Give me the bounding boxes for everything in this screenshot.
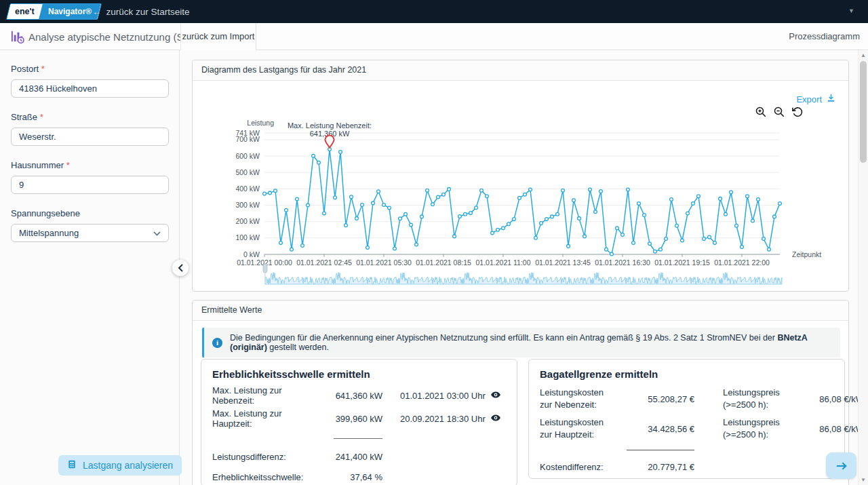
- vertical-scrollbar[interactable]: ▲ ▼: [858, 50, 868, 485]
- back-to-startpage-label: zurück zur Startseite: [106, 7, 190, 17]
- info-icon: i: [212, 338, 222, 348]
- field-group-postort: Postort * 41836 Hückelhoven: [11, 64, 168, 98]
- address-form-sidebar: Postort * 41836 Hückelhoven Straße * Wes…: [0, 50, 180, 485]
- svg-text:100 kW: 100 kW: [235, 233, 260, 241]
- hausnummer-label: Hausnummer *: [11, 160, 168, 170]
- strasse-input[interactable]: Weserstr.: [11, 128, 169, 146]
- table-row: Max. Leistung zur Hauptzeit: 399,960 kW …: [212, 407, 506, 430]
- row-timestamp: 01.01.2021 03:00 Uhr: [400, 391, 486, 401]
- difference-value: 241,400 kW: [307, 452, 382, 462]
- table-row: Erheblichkeitsschwelle: 37,64 %: [212, 467, 506, 485]
- svg-text:500 kW: 500 kW: [235, 168, 260, 176]
- conditions-info-alert: i Die Bedingungen für die Anerkennung ei…: [202, 328, 840, 357]
- spannungsebene-select[interactable]: Mittelspannung: [11, 224, 169, 242]
- row-value: 34.428,56 €: [627, 424, 694, 434]
- sum-divider: [540, 444, 833, 456]
- arrow-right-icon: [835, 461, 848, 471]
- determined-values-panel: Ermittelte Werte i Die Bedingungen für d…: [192, 300, 849, 485]
- price-value: 86,08 €/kW: [799, 424, 864, 434]
- postort-label: Postort *: [11, 64, 168, 74]
- row-label: Max. Leistung zur Hauptzeit:: [212, 408, 307, 429]
- significance-threshold-card: Erheblichkeitsschwelle ermitteln Max. Le…: [201, 359, 517, 485]
- row-label: Max. Leistung zur Nebenzeit:: [212, 385, 307, 406]
- table-row: Leistungskostenzur Nebenzeit: 55.208,27 …: [540, 384, 833, 414]
- row-label: Leistungskostenzur Hauptzeit:: [540, 416, 627, 441]
- svg-text:400 kW: 400 kW: [235, 185, 260, 193]
- table-row: Leistungsdifferenz: 241,400 kW: [212, 446, 506, 467]
- top-navbar: ene't Navigator® ← zurück zur Startseite…: [0, 0, 868, 23]
- bagatelle-limit-card: Bagatellgrenze ermitteln Leistungskosten…: [528, 359, 845, 479]
- hausnummer-input[interactable]: 9: [11, 176, 169, 194]
- analysis-chart-icon: [9, 28, 25, 47]
- calculator-icon: [67, 459, 77, 471]
- analyze-button-label: Lastgang analysieren: [83, 460, 173, 471]
- required-asterisk: *: [41, 64, 45, 74]
- price-value: 86,08 €/kW: [799, 394, 864, 404]
- arrow-left-icon: ←: [92, 7, 102, 17]
- field-group-spannungsebene: Spannungsebene Mittelspannung: [11, 208, 168, 242]
- sidebar-collapse-button[interactable]: [172, 260, 189, 276]
- svg-text:Max. Leistung Nebenzeit:: Max. Leistung Nebenzeit:: [288, 121, 372, 130]
- enet-navigator-logo[interactable]: ene't Navigator®: [6, 3, 102, 20]
- postort-input[interactable]: 41836 Hückelhoven: [11, 79, 169, 98]
- svg-text:0 kW: 0 kW: [243, 250, 260, 258]
- sum-divider: [212, 430, 506, 446]
- price-label: Leistungspreis(>=2500 h):: [723, 416, 799, 441]
- chart-panel-title: Diagramm des Lastgangs für das Jahr 2021: [193, 60, 848, 81]
- spannungsebene-label: Spannungsebene: [11, 208, 168, 218]
- required-asterisk: *: [66, 160, 70, 170]
- table-row: Leistungskostenzur Hauptzeit: 34.428,56 …: [540, 414, 833, 444]
- download-icon: [826, 93, 836, 105]
- chart-overview-brush[interactable]: [261, 263, 787, 286]
- eye-icon[interactable]: [490, 389, 501, 402]
- logo-navigator-text: Navigator®: [48, 4, 92, 19]
- tab-back-to-import[interactable]: zurück zum Import: [180, 23, 256, 50]
- table-row: Kostendifferenz: 20.779,71 €: [540, 456, 833, 478]
- spannungsebene-selected-value: Mittelspannung: [19, 228, 79, 238]
- svg-text:700 kW: 700 kW: [235, 135, 260, 143]
- analyze-load-profile-button[interactable]: Lastgang analysieren: [58, 455, 182, 476]
- process-diagram-link[interactable]: Prozessdiagramm: [789, 31, 860, 41]
- difference-label: Leistungsdifferenz:: [212, 452, 307, 462]
- scroll-up-icon[interactable]: ▲: [859, 52, 868, 58]
- chevron-down-icon: [153, 228, 161, 238]
- back-to-startpage-link[interactable]: ← zurück zur Startseite: [92, 0, 190, 23]
- svg-text:200 kW: 200 kW: [235, 217, 260, 225]
- logo-ene-segment: ene't: [7, 4, 42, 19]
- scroll-down-icon[interactable]: ▼: [859, 477, 868, 483]
- svg-text:300 kW: 300 kW: [235, 201, 260, 209]
- svg-text:600 kW: 600 kW: [235, 152, 260, 160]
- row-value: 399,960 kW: [307, 414, 382, 424]
- svg-text:Zeitpunkt: Zeitpunkt: [792, 250, 821, 258]
- chevron-left-icon: [178, 264, 184, 272]
- row-value: 55.208,27 €: [627, 394, 694, 404]
- app-header-bar: Analyse atypische Netznutzung (Strom) zu…: [0, 23, 868, 50]
- next-step-button[interactable]: [826, 452, 856, 479]
- field-group-hausnummer: Hausnummer * 9: [11, 160, 168, 194]
- export-link[interactable]: Export: [796, 93, 836, 105]
- load-profile-line-chart[interactable]: 741 kW700 kW600 kW500 kW400 kW300 kW200 …: [224, 117, 834, 271]
- export-label: Export: [796, 94, 822, 104]
- eye-icon[interactable]: [490, 412, 501, 425]
- logo-ene-text: ene't: [15, 4, 35, 19]
- row-timestamp: 20.09.2021 18:30 Uhr: [400, 414, 486, 424]
- row-label: Leistungskostenzur Nebenzeit:: [540, 387, 627, 411]
- row-value: 641,360 kW: [307, 391, 382, 401]
- values-panel-title: Ermittelte Werte: [193, 300, 848, 321]
- threshold-value: 37,64 %: [307, 472, 382, 482]
- table-row: Max. Leistung zur Nebenzeit: 641,360 kW …: [212, 384, 506, 407]
- strasse-label: Straße *: [11, 112, 168, 122]
- scrollbar-thumb[interactable]: [860, 61, 867, 163]
- threshold-label: Erheblichkeitsschwelle:: [212, 472, 307, 482]
- cost-difference-value: 20.779,71 €: [627, 462, 694, 472]
- svg-text:Leistung: Leistung: [247, 119, 274, 127]
- alert-text: Die Bedingungen für die Anerkennung eine…: [230, 333, 832, 352]
- logo-navigator-segment: Navigator®: [39, 4, 101, 19]
- cost-difference-label: Kostendifferenz:: [540, 462, 627, 472]
- bagatelle-card-title: Bagatellgrenze ermitteln: [540, 368, 833, 380]
- required-asterisk: *: [40, 112, 43, 122]
- price-label: Leistungspreis(>=2500 h):: [723, 387, 799, 411]
- significance-card-title: Erheblichkeitsschwelle ermitteln: [212, 368, 506, 380]
- field-group-strasse: Straße * Weserstr.: [11, 112, 168, 146]
- navbar-dropdown-caret-icon[interactable]: ▼: [848, 7, 854, 14]
